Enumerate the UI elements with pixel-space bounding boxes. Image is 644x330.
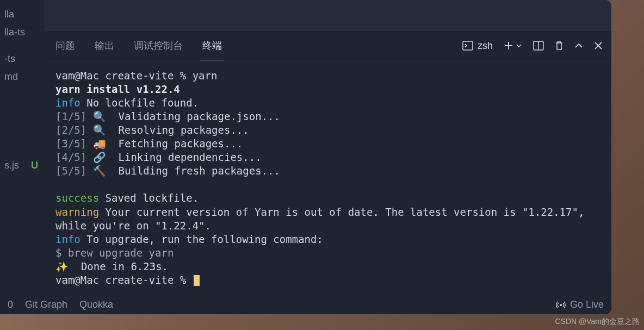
broadcast-icon <box>556 300 566 310</box>
terminal-line: [2/5] 🔍 Resolving packages... <box>55 123 600 137</box>
svg-rect-0 <box>463 41 473 50</box>
editor-area <box>45 0 611 30</box>
terminal-line: $ brew upgrade yarn <box>55 246 600 260</box>
svg-point-3 <box>560 304 562 306</box>
editor-window: lla lla-ts -ts md s.js U 问题 输出 调试控制台 终端 <box>0 0 611 314</box>
file-item[interactable]: md <box>0 68 45 86</box>
status-bar: 0 Git Graph Quokka Go Live <box>0 295 611 314</box>
terminal-shell-indicator[interactable]: zsh <box>462 40 493 52</box>
statusbar-go-live[interactable]: Go Live <box>570 299 604 310</box>
terminal-line: [3/5] 🚚 Fetching packages... <box>55 137 600 151</box>
file-status-untracked: U <box>31 160 38 171</box>
statusbar-counter[interactable]: 0 <box>8 299 13 310</box>
maximize-panel-button[interactable] <box>574 41 583 50</box>
file-item[interactable]: lla <box>0 5 45 23</box>
new-terminal-button[interactable] <box>504 41 513 51</box>
file-explorer-sidebar: lla lla-ts -ts md s.js U <box>0 0 45 295</box>
new-terminal-dropdown[interactable] <box>516 42 522 49</box>
terminal-line: info No lockfile found. <box>55 96 600 110</box>
terminal-line: info To upgrade, run the following comma… <box>55 233 600 246</box>
split-terminal-button[interactable] <box>533 41 544 51</box>
file-item[interactable]: s.js U <box>0 157 45 175</box>
terminal-line: warning Your current version of Yarn is … <box>55 206 600 233</box>
statusbar-quokka[interactable]: Quokka <box>79 299 113 310</box>
tab-terminal[interactable]: 终端 <box>200 32 224 60</box>
terminal-line: yarn install v1.22.4 <box>55 83 600 96</box>
terminal-line <box>55 178 600 191</box>
tab-output[interactable]: 输出 <box>92 32 116 60</box>
terminal-line: [4/5] 🔗 Linking dependencies... <box>55 151 600 164</box>
bottom-panel: 问题 输出 调试控制台 终端 zsh <box>45 30 611 295</box>
terminal-line: ✨ Done in 6.23s. <box>55 260 600 273</box>
terminal-icon <box>462 41 473 51</box>
tab-problems[interactable]: 问题 <box>53 32 77 60</box>
file-item[interactable]: -ts <box>0 50 45 68</box>
file-item[interactable]: lla-ts <box>0 23 45 41</box>
terminal-line: vam@Mac create-vite % yarn <box>55 69 600 83</box>
terminal-line: [1/5] 🔍 Validating package.json... <box>55 110 600 123</box>
terminal-line: vam@Mac create-vite % <box>55 273 600 287</box>
watermark: CSDN @Vam的金豆之路 <box>555 317 640 327</box>
terminal-line: success Saved lockfile. <box>55 191 600 205</box>
statusbar-git-graph[interactable]: Git Graph <box>25 299 67 310</box>
tab-debug-console[interactable]: 调试控制台 <box>132 32 185 60</box>
terminal-line: [5/5] 🔨 Building fresh packages... <box>55 164 600 178</box>
close-panel-button[interactable] <box>594 41 603 50</box>
terminal-content[interactable]: vam@Mac create-vite % yarn yarn install … <box>45 61 611 295</box>
terminal-cursor <box>194 275 200 286</box>
kill-terminal-button[interactable] <box>555 41 564 51</box>
